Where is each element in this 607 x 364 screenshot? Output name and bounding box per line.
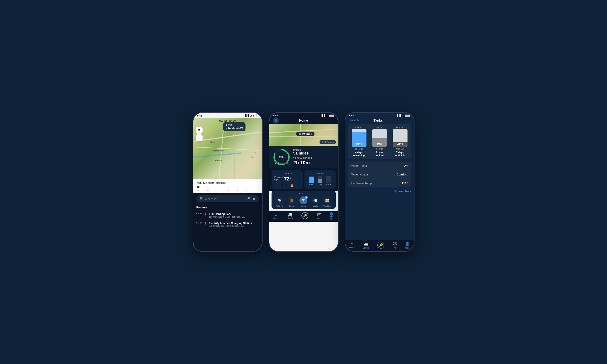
climate-current-wrap: Current 74°: [274, 176, 283, 182]
fresh-days: 4 daysremaining: [353, 151, 365, 157]
climate-content: Current 74° 72°: [274, 176, 300, 182]
map-view[interactable]: Mount Shasta Reno Sacramento Fresno NV C…: [194, 118, 262, 179]
status-vents[interactable]: 💨 Vents: [311, 196, 319, 207]
settings-icon[interactable]: ⚙️: [252, 197, 256, 201]
status-icons-1: ▐▐▐ wifi 🔋: [244, 114, 258, 117]
forecast-dot: [197, 186, 199, 188]
forecast-title: Next Six Hour Forecast: [197, 181, 258, 184]
flame-icon[interactable]: 🔥: [290, 183, 294, 187]
fresh-pct: 85%: [352, 142, 366, 145]
search-icon: 🔍: [199, 197, 203, 201]
status-section: STATUS 📡 Antenna 🚪 Doors 💡 2: [271, 191, 336, 209]
vehicle-nav-icon-3: 🚐: [364, 242, 368, 246]
nav-trips-3[interactable]: 👤 Trips: [405, 242, 410, 249]
climate-label: CLIMATE: [274, 172, 300, 175]
vehicle-header: ‹ Vehicle Tanks: [345, 118, 414, 124]
home-nav-icon-3: ⌂: [351, 242, 353, 246]
black-days: 7 daysuntil full: [395, 151, 405, 157]
climate-current-temp: 74°: [274, 179, 283, 182]
tanks-card[interactable]: TANKS Fresh Gray: [305, 170, 336, 189]
info-row-water-heater[interactable]: Water Heater Comfort: [348, 170, 411, 179]
search-input[interactable]: [205, 197, 245, 201]
fan-icon[interactable]: ❄: [281, 183, 283, 187]
city-reno: Reno: [210, 141, 215, 143]
status-lights[interactable]: 💡 2 Lights: [299, 196, 307, 207]
snowflake-icon[interactable]: ✳: [285, 183, 288, 187]
vents-label: Vents: [313, 205, 318, 207]
tank-col-black: BLACK 25% 4/16 gal 7 daysuntil full: [390, 126, 410, 157]
battery-icon-2: ▓▓▓: [329, 114, 334, 117]
battery-icon: 🔋: [255, 114, 258, 117]
nav-vehicle-2[interactable]: 🚐 Vehicle: [287, 212, 293, 220]
tank-rect-fresh: [309, 176, 314, 183]
learn-more-btn[interactable]: ⓘ Learn More: [394, 190, 411, 193]
back-btn[interactable]: ‹ Vehicle: [349, 119, 359, 122]
forecast-bar: [197, 186, 258, 188]
wifi-icon-2: ▲: [326, 114, 328, 117]
weather-bubble: 75°F ↓ 20m/s WNW: [223, 122, 245, 131]
nav-map-2[interactable]: 🗺 Map: [317, 212, 321, 220]
antenna-label: Antenna: [276, 205, 283, 207]
nav-trips-2[interactable]: 👤 Trips: [329, 212, 334, 220]
climate-current-label: Current: [274, 176, 283, 179]
tank-mini-gray: Gray: [318, 176, 322, 185]
nav-key-3[interactable]: 🔑: [377, 242, 384, 249]
fresh-gal: 26/30 gal: [354, 147, 363, 150]
vehicle-nav-label-3: Vehicle: [363, 247, 369, 249]
tank-rect-black: [326, 176, 331, 183]
avatar[interactable]: 👤: [273, 117, 279, 124]
info-row-water-pump[interactable]: Water Pump Off: [348, 161, 411, 170]
filter-btn[interactable]: ≡: [195, 127, 203, 133]
microphone-icon[interactable]: 🎤: [246, 197, 250, 201]
info-icon: ⓘ: [394, 190, 397, 193]
recent-item-2[interactable]: 0.3 mi 📍 Electrify America Charging Stat…: [196, 220, 259, 229]
key-circle-2: 🔑: [301, 212, 309, 219]
range-value: 91 miles: [293, 151, 334, 156]
city-fresno: Fresno: [215, 159, 222, 161]
fresh-visual: 85%: [352, 129, 366, 147]
map-nav-label: Map: [317, 217, 321, 219]
battery-icon-3: ▓▓▓: [405, 114, 410, 117]
recent-item-1[interactable]: 0.1 mi 📍 TPC Harding Park 355 McAllister…: [196, 211, 259, 220]
status-icons-2: ▐▐▐ ▲ ▓▓▓: [320, 114, 334, 117]
nav-vehicle-3[interactable]: 🚐 Vehicle: [363, 242, 369, 249]
black-header: BLACK: [396, 126, 404, 128]
vehicle-title: Tanks: [374, 118, 383, 122]
map-nav-label-3: Map: [393, 247, 397, 249]
tank-fill-gray: [318, 179, 322, 183]
tank-fill-fresh: [309, 177, 314, 183]
status-bar-1: 9:41 ▐▐▐ wifi 🔋: [194, 113, 262, 118]
status-time-2: 9:41: [273, 114, 278, 117]
status-time-1: 9:41: [197, 114, 202, 117]
nav-home-2[interactable]: ⌂ Home: [273, 212, 279, 220]
nav-map-3[interactable]: 🗺 Map: [393, 242, 397, 249]
location-icon-1: 📍: [203, 213, 207, 217]
miles-text: 0.7 miles: [324, 141, 334, 143]
home-header: 👤 Home: [269, 118, 338, 124]
water-heater-label: Water Heater: [351, 173, 368, 176]
home-nav-label: Home: [273, 217, 279, 219]
nav-key-2[interactable]: 🔑: [301, 212, 309, 220]
gray-header: GRAY: [376, 126, 382, 128]
recent-dist-1: 0.1 mi: [196, 213, 202, 215]
learn-more-row: ⓘ Learn More: [345, 188, 414, 195]
climate-card[interactable]: CLIMATE Current 74° 72° ❄ ✳ 🔥: [271, 170, 303, 189]
key-circle-3: 🔑: [377, 242, 384, 248]
nav-home-3[interactable]: ⌂ Home: [349, 242, 354, 249]
phone-map: 9:41 ▐▐▐ wifi 🔋 Mount Shasta: [193, 112, 263, 252]
hot-water-label: Hot Water Temp.: [351, 182, 373, 185]
windows-label: Windows: [323, 205, 332, 207]
search-row: 🔍 🎤 ⚙️: [196, 195, 259, 202]
status-windows[interactable]: 🪟 Windows: [323, 196, 332, 207]
layers-btn[interactable]: ⊞: [195, 134, 203, 142]
info-rows: Water Pump Off Water Heater Comfort Hot …: [348, 161, 411, 187]
trips-nav-icon: 👤: [329, 212, 334, 217]
wifi-icon-3: ▲: [402, 114, 404, 117]
recent-details-2: Electrify America Charging Station 3350 …: [209, 222, 252, 227]
location-icon-2: 📍: [203, 222, 207, 226]
status-doors[interactable]: 🚪 Doors: [288, 196, 296, 207]
info-row-hot-water[interactable]: Hot Water Temp. 110°: [348, 179, 411, 187]
range-label: RANGE: [293, 149, 334, 151]
status-antenna[interactable]: 📡 Antenna: [276, 196, 284, 207]
weather-wind: ↓ 20m/s WNW: [226, 127, 243, 130]
